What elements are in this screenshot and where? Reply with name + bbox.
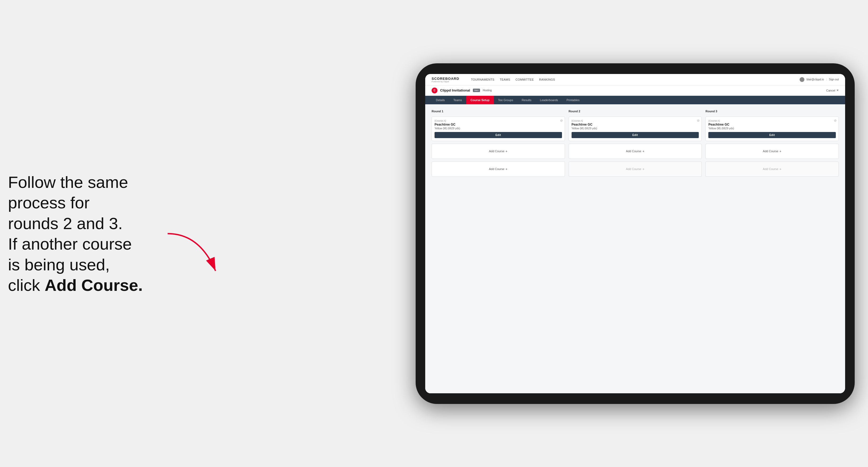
logo-area: SCOREBOARD Powered by clippd <box>432 76 459 83</box>
round-2-column: Round 2 (Course A) Peachtree GC Yellow (… <box>569 110 702 177</box>
plus-icon-r3-2: + <box>779 167 781 171</box>
clippd-letter: C <box>433 89 435 92</box>
round-3-column: Round 3 (Course A) Peachtree GC Yellow (… <box>705 110 839 177</box>
round-3-course-card: (Course A) Peachtree GC Yellow (M) (6629… <box>705 117 839 141</box>
add-course-label-r3-2: Add Course <box>763 167 778 170</box>
round-3-course-info: Yellow (M) (6629 yds) <box>708 127 836 130</box>
page-wrapper: Follow the same process for rounds 2 and… <box>0 0 868 467</box>
cancel-button[interactable]: Cancel ✕ <box>826 89 839 92</box>
instruction-text: Follow the same process for rounds 2 and… <box>8 172 157 295</box>
tab-results[interactable]: Results <box>517 96 536 104</box>
logo-title: SCOREBOARD <box>432 76 459 81</box>
separator: | <box>826 78 827 81</box>
tab-details[interactable]: Details <box>432 96 449 104</box>
round-1-add-course-2-text: Add Course + <box>489 167 507 171</box>
gender-badge: Men <box>473 89 480 92</box>
tab-teams[interactable]: Teams <box>449 96 466 104</box>
cancel-label: Cancel <box>826 89 835 92</box>
round-3-edit-button[interactable]: Edit <box>708 132 836 138</box>
nav-committee[interactable]: COMMITTEE <box>516 78 534 81</box>
round-1-course-tag: (Course A) <box>435 120 562 122</box>
round-1-edit-button[interactable]: Edit <box>435 132 562 138</box>
round-1-add-course-2[interactable]: Add Course + <box>432 161 565 177</box>
instruction-line5: is being used, <box>8 255 110 274</box>
plus-icon-2: + <box>505 167 508 171</box>
nav-tournaments[interactable]: TOURNAMENTS <box>471 78 494 81</box>
user-email: blair@clippd.io <box>807 78 824 81</box>
round-2-add-course-2: Add Course + <box>569 161 702 177</box>
round-3-course-name: Peachtree GC <box>708 123 836 126</box>
round-3-add-course-1-text: Add Course + <box>763 149 781 153</box>
main-content: Round 1 (Course A) Peachtree GC Yellow (… <box>425 104 845 393</box>
tournament-name: Clippd Invitational <box>440 88 470 92</box>
round-3-add-course-2-text: Add Course + <box>763 167 781 171</box>
sign-out-link[interactable]: Sign out <box>829 78 839 81</box>
logo-sub: Powered by clippd <box>432 81 459 83</box>
round-3-add-course-2: Add Course + <box>705 161 839 177</box>
rounds-grid: Round 1 (Course A) Peachtree GC Yellow (… <box>432 110 839 177</box>
nav-right: blair@clippd.io | Sign out <box>800 77 839 82</box>
round-2-label: Round 2 <box>569 110 702 113</box>
nav-links: TOURNAMENTS TEAMS COMMITTEE RANKINGS <box>471 78 792 81</box>
tabs-bar: Details Teams Course Setup Tee Groups Re… <box>425 96 845 104</box>
round-2-add-course-1-text: Add Course + <box>626 149 645 153</box>
clippd-icon: C <box>432 88 437 93</box>
round-1-label: Round 1 <box>432 110 565 113</box>
add-course-label-r3-1: Add Course <box>763 150 778 153</box>
round-2-delete-icon[interactable]: ⊘ <box>697 119 700 122</box>
plus-icon: + <box>505 149 508 153</box>
nav-teams[interactable]: TEAMS <box>500 78 510 81</box>
plus-icon-r2-2: + <box>642 167 645 171</box>
tab-printables[interactable]: Printables <box>562 96 584 104</box>
instruction-line2: process for <box>8 193 90 212</box>
round-1-course-card: (Course A) Peachtree GC Yellow (M) (6629… <box>432 117 565 141</box>
tablet-device: SCOREBOARD Powered by clippd TOURNAMENTS… <box>416 63 855 404</box>
round-3-course-card-wrapper: (Course A) Peachtree GC Yellow (M) (6629… <box>705 117 839 141</box>
round-1-delete-icon[interactable]: ⊘ <box>560 119 563 122</box>
arrow-annotation <box>146 228 226 282</box>
round-3-label: Round 3 <box>705 110 839 113</box>
round-2-course-info: Yellow (M) (6629 yds) <box>571 127 699 130</box>
tournament-bar: C Clippd Invitational Men Hosting Cancel… <box>425 86 845 96</box>
instruction-line1: Follow the same <box>8 173 128 191</box>
tablet-screen: SCOREBOARD Powered by clippd TOURNAMENTS… <box>425 74 845 393</box>
tab-tee-groups[interactable]: Tee Groups <box>494 96 518 104</box>
top-nav: SCOREBOARD Powered by clippd TOURNAMENTS… <box>425 74 845 86</box>
round-2-add-course-2-text: Add Course + <box>626 167 645 171</box>
add-course-label-2: Add Course <box>489 167 504 170</box>
instruction-line6-prefix: click <box>8 276 45 294</box>
cancel-x-icon: ✕ <box>836 89 839 92</box>
round-2-course-card: (Course A) Peachtree GC Yellow (M) (6629… <box>569 117 702 141</box>
round-2-course-name: Peachtree GC <box>571 123 699 126</box>
round-3-course-tag: (Course A) <box>708 120 836 122</box>
nav-rankings[interactable]: RANKINGS <box>539 78 555 81</box>
user-avatar <box>800 77 804 82</box>
round-1-column: Round 1 (Course A) Peachtree GC Yellow (… <box>432 110 565 177</box>
round-3-add-course-1[interactable]: Add Course + <box>705 144 839 159</box>
tab-leaderboards[interactable]: Leaderboards <box>536 96 562 104</box>
add-course-label-r2-1: Add Course <box>626 150 641 153</box>
round-1-add-course-1-text: Add Course + <box>489 149 507 153</box>
round-2-edit-button[interactable]: Edit <box>571 132 699 138</box>
round-1-course-info: Yellow (M) (6629 yds) <box>435 127 562 130</box>
add-course-label: Add Course <box>489 150 504 153</box>
instruction-line4: If another course <box>8 235 132 253</box>
plus-icon-r3-1: + <box>779 149 781 153</box>
round-3-delete-icon[interactable]: ⊘ <box>834 119 837 122</box>
tab-course-setup[interactable]: Course Setup <box>466 96 494 104</box>
instruction-line3: rounds 2 and 3. <box>8 214 123 232</box>
arrow-svg <box>146 228 226 282</box>
add-course-label-r2-2: Add Course <box>626 167 641 170</box>
plus-icon-r2-1: + <box>642 149 645 153</box>
round-2-course-tag: (Course A) <box>571 120 699 122</box>
round-2-add-course-1[interactable]: Add Course + <box>569 144 702 159</box>
round-1-course-name: Peachtree GC <box>435 123 562 126</box>
round-1-add-course-1[interactable]: Add Course + <box>432 144 565 159</box>
round-1-course-card-wrapper: (Course A) Peachtree GC Yellow (M) (6629… <box>432 117 565 141</box>
hosting-badge: Hosting <box>483 89 492 92</box>
instruction-line6-bold: Add Course. <box>45 276 143 294</box>
tournament-left: C Clippd Invitational Men Hosting <box>432 88 492 93</box>
round-2-course-card-wrapper: (Course A) Peachtree GC Yellow (M) (6629… <box>569 117 702 141</box>
